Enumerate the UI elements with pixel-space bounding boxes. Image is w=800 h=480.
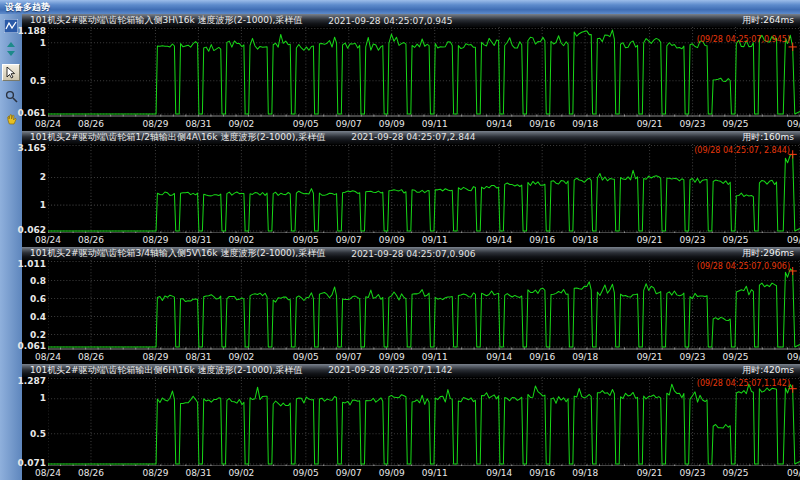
pan-arrows-icon[interactable] (3, 41, 19, 57)
y-axis-labels: 1.28710.50.071 (22, 377, 48, 467)
y-axis-labels: 3.165210.062 (22, 144, 48, 234)
x-axis-labels: 08/2408/2608/2908/3109/0209/0509/0709/09… (48, 117, 800, 131)
channel-title: 101机头2#驱动端\齿轮箱输入侧3H\16k 速度波形(2-1000),采样值 (30, 14, 302, 27)
waveform-plot[interactable]: (09/28 04:25:07,0.945) (48, 27, 800, 117)
sample-timestamp: 2021-09-28 04:25:07,1.142 (328, 365, 452, 375)
waveform-plot[interactable]: (09/28 04:25:07, 2.844) (48, 144, 800, 234)
channel-title: 101机头2#驱动端\齿轮箱1/2轴输出侧4A\16k 速度波形(2-1000)… (30, 131, 325, 144)
trend-panels: 101机头2#驱动端\齿轮箱输入侧3H\16k 速度波形(2-1000),采样值… (22, 14, 800, 480)
pointer-tool-icon[interactable] (2, 64, 20, 81)
x-axis-labels: 08/2408/2608/2908/3109/0209/0509/0709/09… (48, 466, 800, 480)
trend-panel-2: 101机头2#驱动端\齿轮箱1/2轴输出侧4A\16k 速度波形(2-1000)… (22, 131, 800, 248)
panel-header-3[interactable]: 101机头2#驱动端\齿轮箱3/4轴输入侧5V\16k 速度波形(2-1000)… (22, 247, 800, 260)
elapsed-time: 用时:296ms (742, 247, 794, 260)
panel-header-2[interactable]: 101机头2#驱动端\齿轮箱1/2轴输出侧4A\16k 速度波形(2-1000)… (22, 131, 800, 144)
elapsed-time: 用时:264ms (742, 14, 794, 27)
channel-title: 101机头2#驱动端\齿轮箱3/4轴输入侧5V\16k 速度波形(2-1000)… (30, 247, 325, 260)
waveform-plot[interactable]: (09/28 04:25:07,1.142) (48, 377, 800, 467)
cursor-annotation: (09/28 04:25:07,1.142) (697, 379, 790, 388)
elapsed-time: 用时:160ms (742, 131, 794, 144)
panel-header-1[interactable]: 101机头2#驱动端\齿轮箱输入侧3H\16k 速度波形(2-1000),采样值… (22, 14, 800, 27)
sample-timestamp: 2021-09-28 04:25:07,0.906 (351, 249, 475, 259)
window-title: 设备多趋势 (5, 1, 50, 14)
sample-timestamp: 2021-09-28 04:25:07,0.945 (328, 16, 452, 26)
cursor-annotation: (09/28 04:25:07,0.945) (697, 35, 790, 44)
zoom-tool-icon[interactable] (3, 88, 19, 104)
trend-panel-4: 101机头2#驱动端\齿轮箱输出侧6H\16k 速度波形(2-1000),采样值… (22, 364, 800, 480)
sample-timestamp: 2021-09-28 04:25:07,2.844 (351, 132, 475, 142)
app-window: 设备多趋势 101机头2#驱动端\齿轮箱输入侧3H\16k 速度波形(2- (0, 0, 800, 480)
cursor-annotation: (09/28 04:25:07, 2.844) (694, 146, 790, 155)
waveform-plot[interactable]: (09/28 04:25:07,0.906) (48, 260, 800, 350)
x-axis-labels: 08/2408/2608/2908/3109/0209/0509/0709/09… (48, 233, 800, 247)
y-axis-labels: 1.18810.50.061 (22, 27, 48, 117)
x-axis-labels: 08/2408/2608/2908/3109/0209/0509/0709/09… (48, 350, 800, 364)
cursor-annotation: (09/28 04:25:07,0.906) (697, 262, 790, 271)
tool-sidebar (0, 14, 22, 480)
y-axis-labels: 1.0110.80.60.40.20.061 (22, 260, 48, 350)
title-bar[interactable]: 设备多趋势 (0, 0, 800, 14)
channel-title: 101机头2#驱动端\齿轮箱输出侧6H\16k 速度波形(2-1000),采样值 (30, 364, 302, 377)
trend-panel-3: 101机头2#驱动端\齿轮箱3/4轴输入侧5V\16k 速度波形(2-1000)… (22, 247, 800, 364)
trend-panel-1: 101机头2#驱动端\齿轮箱输入侧3H\16k 速度波形(2-1000),采样值… (22, 14, 800, 131)
panel-header-4[interactable]: 101机头2#驱动端\齿轮箱输出侧6H\16k 速度波形(2-1000),采样值… (22, 364, 800, 377)
elapsed-time: 用时:420ms (742, 364, 794, 377)
